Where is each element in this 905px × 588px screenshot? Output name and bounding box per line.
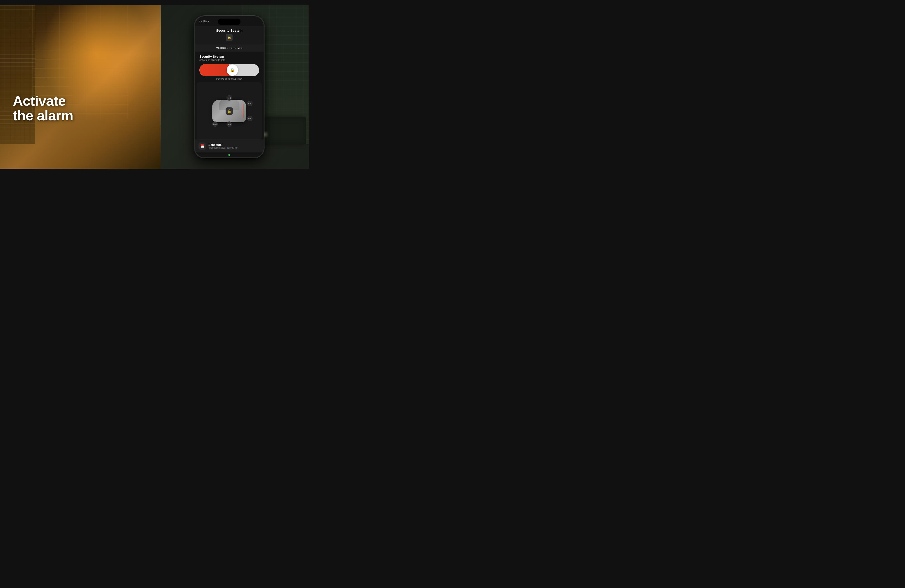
security-section: Security System Activate by sliding to r… [195,52,264,82]
schedule-section[interactable]: 📅 Schedule Information about scheduling [195,139,264,152]
left-text-overlay: Activate the alarm [13,94,73,123]
shield-glyph: 🔒 [227,36,231,40]
calendar-icon: 📅 [200,144,204,148]
phone-notch-bar: ‹ < Back [195,16,264,26]
back-button[interactable]: ‹ < Back [199,19,209,23]
green-indicator [228,154,230,156]
slider-status: Inactive since 07:03 today [199,78,259,80]
dynamic-island [218,19,240,25]
shield-icon: 🔒 [226,34,233,41]
schedule-icon: 📅 [198,143,206,150]
sensor-bottom-center-icon: ▶◀ [227,122,232,127]
car-diagram-section: 🔒 ▶◀ ▶◀ ▶◀ ▶◀ ▶◀ [197,82,262,139]
main-content: Activate the alarm ‹ < Back [0,5,309,169]
phone-title: Security System [199,29,259,32]
back-label: < Back [201,20,209,23]
schedule-subtitle: Information about scheduling [208,147,260,149]
headline-line2: the alarm [13,108,73,123]
slider-thumb[interactable]: 🔒 [227,65,238,76]
phone-header: Security System 🔒 [195,26,264,44]
left-panel: Activate the alarm [0,5,160,169]
phone-frame: ‹ < Back Security System 🔒 [194,16,264,158]
security-slider[interactable]: 🔒 [199,64,259,76]
car-shield-glyph: 🔒 [227,109,231,113]
sensor-top-center-icon: ▶◀ [227,95,232,101]
back-chevron-icon: ‹ [199,19,200,23]
slider-thumb-icon: 🔒 [230,68,235,73]
schedule-text-block: Schedule Information about scheduling [208,143,260,149]
sensor-right-top-icon: ▶◀ [247,101,252,106]
shield-icon-wrapper: 🔒 [199,34,259,41]
vehicle-section: VEHICLE: QRS 572 [195,44,264,52]
security-subtitle: Activate by sliding to right [199,59,259,61]
car-line-right [243,104,243,118]
car-diagram: 🔒 ▶◀ ▶◀ ▶◀ ▶◀ ▶◀ [208,96,251,126]
car-body: 🔒 [212,100,246,122]
car-center-shield-icon: 🔒 [225,108,233,115]
sensor-bottom-left-icon: ▶◀ [212,122,218,127]
phone-container: ‹ < Back Security System 🔒 [194,16,264,158]
headline-line1: Activate [13,93,66,109]
right-panel: ‹ < Back Security System 🔒 [160,5,309,169]
phone-content: Security System 🔒 VEHICLE: QRS 572 [195,26,264,157]
phone-bottom-bar [195,152,264,157]
bottom-bar [0,169,309,174]
vehicle-label: VEHICLE: QRS 572 [199,47,259,49]
sensor-right-bottom-icon: ▶◀ [247,116,252,121]
phone-screen: ‹ < Back Security System 🔒 [195,16,264,157]
top-bar [0,0,309,5]
schedule-title: Schedule [208,143,260,147]
security-title: Security System [199,55,259,59]
headline: Activate the alarm [13,94,73,123]
